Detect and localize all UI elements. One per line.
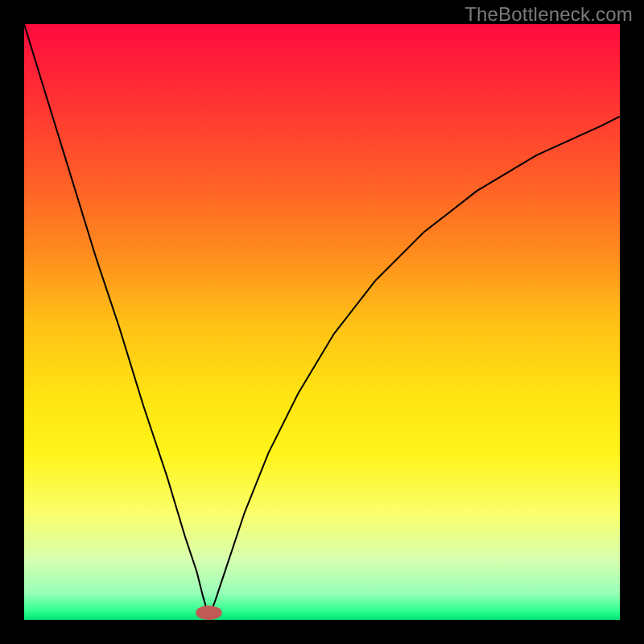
chart-svg [24,24,620,620]
watermark-text: TheBottleneck.com [464,3,633,26]
optimum-marker [196,605,222,620]
gradient-background [24,24,620,620]
chart-frame: TheBottleneck.com [0,0,644,644]
plot-area [24,24,620,620]
